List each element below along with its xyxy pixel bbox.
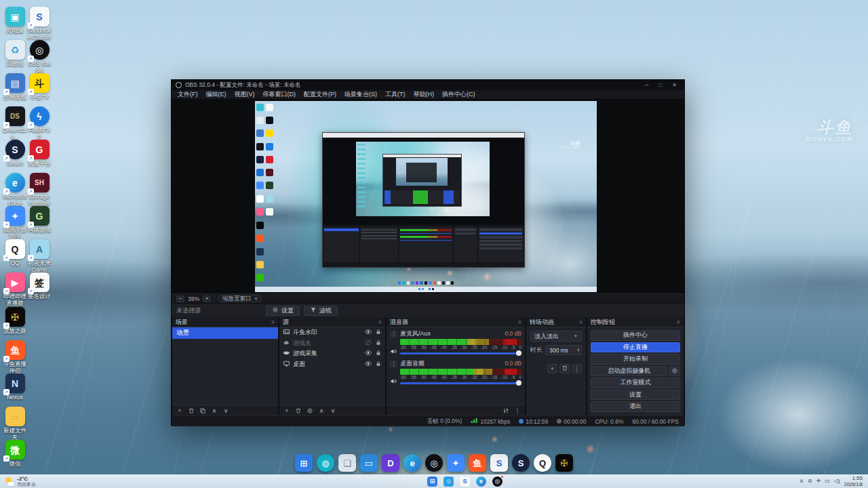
desktop-icon-qq[interactable]: Q↗QQ: [3, 239, 27, 267]
volume-slider-handle[interactable]: [516, 350, 521, 356]
menu-item-4[interactable]: 配置文件(P): [300, 89, 340, 100]
channel-menu-button[interactable]: ⋮: [390, 361, 397, 367]
dock-icon-glass-tool[interactable]: ❏: [338, 454, 356, 472]
scene-filters-button[interactable]: [198, 406, 208, 415]
visibility-eye-off-icon[interactable]: [364, 339, 372, 348]
control-button-1[interactable]: 停止直播: [591, 342, 680, 353]
desktop-icon-dreamscene[interactable]: DS↗DreamSce...: [3, 106, 27, 141]
move-scene-down-button[interactable]: ∨: [221, 406, 231, 415]
maximize-button[interactable]: □: [655, 82, 665, 88]
desktop-icon-obs-studio[interactable]: ◎↗OBS Studio: [27, 40, 52, 75]
spinner-arrows[interactable]: ▲▼: [577, 348, 580, 352]
transitions-header[interactable]: 转场动画 ≡: [526, 317, 586, 327]
fit-mode-dropdown[interactable]: 缩放至窗口 ▼: [218, 295, 262, 302]
panel-menu-icon[interactable]: ≡: [518, 319, 521, 325]
panel-menu-icon[interactable]: ≡: [378, 319, 382, 325]
transition-menu-button[interactable]: ⋮: [572, 364, 582, 373]
add-transition-button[interactable]: +: [547, 364, 557, 373]
dock-icon-sandboxie[interactable]: S: [490, 454, 508, 472]
control-button-5[interactable]: 设置: [591, 390, 680, 401]
source-row[interactable]: 游戏名: [279, 338, 385, 349]
add-scene-button[interactable]: +: [175, 406, 184, 415]
remove-transition-button[interactable]: [559, 364, 570, 373]
dock-icon-edge[interactable]: e: [476, 476, 486, 487]
menu-item-1[interactable]: 编辑(E): [203, 89, 230, 100]
source-row[interactable]: 斗鱼水印: [279, 327, 385, 338]
taskbar-clock[interactable]: 1:55 2026/1/8: [844, 476, 863, 487]
desktop-icon-recycle-bin[interactable]: ♻回收站: [3, 40, 27, 68]
menu-item-0[interactable]: 文件(F): [174, 89, 201, 100]
tray-volume-icon[interactable]: ◁): [834, 479, 840, 484]
desktop-icon-this-pc[interactable]: ▣此电脑: [3, 7, 27, 35]
dock-icon-edge[interactable]: e: [403, 454, 421, 472]
desktop-icon-bilibili-live[interactable]: ▶↗哔哩哔哩直播姬: [3, 272, 27, 307]
channel-menu-button[interactable]: ⋮: [390, 331, 397, 338]
desktop-icon-storage-hamster[interactable]: SH↗Storage Hamster: [27, 173, 52, 207]
desktop-icon-douyu-tv[interactable]: 斗↗斗鱼TV: [27, 73, 52, 101]
visibility-eye-icon[interactable]: [364, 360, 372, 369]
speaker-icon[interactable]: [390, 348, 397, 357]
volume-slider[interactable]: [400, 382, 521, 384]
preview-area[interactable]: 斗鱼 DOUYU.COM: [172, 100, 684, 293]
obs-titlebar[interactable]: OBS 32.0.4 - 配置文件: 未命名 - 场景: 未命名 ─ □ ✕: [172, 80, 684, 90]
desktop-icon-live-platform[interactable]: G↗直播平台: [27, 140, 52, 167]
dock-icon-iobit-tool[interactable]: ◍: [317, 454, 334, 472]
panel-menu-icon[interactable]: ≡: [677, 319, 680, 325]
menu-item-6[interactable]: 工具(T): [382, 89, 409, 100]
move-source-up-button[interactable]: ∧: [317, 406, 326, 415]
dock-icon-path-of-exile[interactable]: ✠: [555, 454, 573, 472]
move-source-down-button[interactable]: ∨: [328, 406, 338, 415]
volume-slider-handle[interactable]: [516, 380, 521, 386]
panel-menu-icon[interactable]: ≡: [579, 319, 583, 325]
remove-source-button[interactable]: [294, 406, 303, 415]
source-row[interactable]: 桌面: [279, 359, 385, 370]
control-button-4[interactable]: 工作室模式: [591, 378, 680, 388]
control-button-2[interactable]: 开始录制: [591, 354, 680, 365]
control-button-0[interactable]: 插件中心: [591, 330, 680, 341]
zoom-in-button[interactable]: +: [203, 296, 211, 302]
source-filters-button[interactable]: 滤镜: [304, 306, 338, 316]
desktop-icon-steam[interactable]: S↗Steam: [3, 140, 27, 167]
dock-icon-obs[interactable]: ◎: [425, 454, 443, 472]
dock-icon-steam[interactable]: S: [512, 454, 530, 472]
preview-canvas[interactable]: 斗鱼 DOUYU.COM: [255, 101, 597, 292]
transition-select[interactable]: 淡入淡出 ▼: [530, 331, 582, 342]
dock-icon-widget-app[interactable]: ☺: [443, 476, 454, 487]
desktop-icon-miku-game[interactable]: A↗初音未来 Game: [27, 239, 52, 274]
control-button-3[interactable]: 启动虚拟摄像机: [591, 366, 667, 377]
remove-scene-button[interactable]: [186, 406, 196, 415]
move-scene-up-button[interactable]: ∧: [210, 406, 219, 415]
desktop-icon-flashfxp[interactable]: ϟ↗FlashFXP: [27, 106, 52, 141]
dock-icon-display-tool[interactable]: ▭: [360, 454, 378, 472]
visibility-eye-icon[interactable]: [364, 328, 372, 337]
dock-icon-start[interactable]: ⊞: [295, 454, 313, 472]
dock-icon-douyu-companion[interactable]: 鱼: [469, 454, 486, 472]
menu-item-8[interactable]: 插件中心(C): [439, 89, 479, 100]
close-button[interactable]: ✕: [669, 82, 680, 88]
panel-menu-icon[interactable]: ≡: [271, 319, 275, 325]
desktop-icon-tencent-mobile-assistant[interactable]: ✦↗腾讯手游助手: [3, 206, 27, 241]
transition-duration-input[interactable]: 300 ms ▲▼: [545, 345, 582, 355]
mixer-menu-button[interactable]: ⋮: [513, 406, 522, 415]
tray-move-icon[interactable]: ✛: [816, 479, 821, 484]
mixer-header[interactable]: 混音器 ≡: [387, 317, 525, 327]
desktop-icon-signature-tool[interactable]: 签↗签名设计: [27, 272, 52, 300]
desktop-icon-sandboxie-classic[interactable]: S↗Sandboxie-Classic: [27, 7, 52, 41]
dock-icon-qq[interactable]: Q: [534, 454, 551, 472]
desktop-icon-path-of-exile[interactable]: ✠↗流放之路: [3, 307, 27, 335]
weather-widget[interactable]: -2°C 局部多云: [0, 476, 136, 487]
minimize-button[interactable]: ─: [642, 82, 652, 88]
tray-chevron-up-icon[interactable]: ∧: [800, 479, 804, 484]
virtual-camera-config-button[interactable]: [669, 366, 680, 377]
scenes-header[interactable]: 场景 ≡: [172, 317, 278, 327]
desktop-icon-game-client[interactable]: G↗网络游戏: [27, 206, 52, 234]
visibility-eye-icon[interactable]: [364, 349, 372, 358]
desktop-icon-douyu-live-companion[interactable]: 鱼↗斗鱼直播伴侣: [3, 340, 27, 375]
advanced-audio-button[interactable]: [501, 406, 511, 415]
desktop-icon-nexus[interactable]: N↗Nexus: [3, 373, 27, 401]
menu-item-3[interactable]: 停靠窗口(D): [260, 89, 300, 100]
menu-item-2[interactable]: 视图(V): [231, 89, 258, 100]
speaker-icon[interactable]: [390, 378, 397, 386]
menu-item-5[interactable]: 场景集合(S): [341, 89, 380, 100]
source-properties-tool-button[interactable]: [305, 406, 315, 415]
